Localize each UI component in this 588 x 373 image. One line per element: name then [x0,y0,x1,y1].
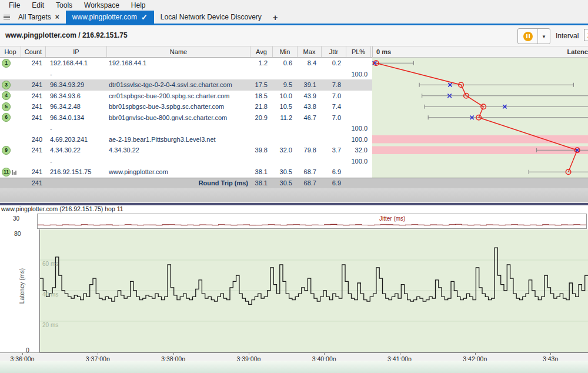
pause-icon [523,32,533,41]
trace-table-row[interactable]: 92414.34.30.224.34.30.2239.832.079.83.73… [0,145,372,156]
focused-hop-bars-icon [12,169,16,175]
cell-avg: 1.2 [250,59,273,66]
latency-timeline-chart[interactable] [39,229,588,352]
col-max[interactable]: Max [298,46,322,57]
trace-graph-header: 0 ms Latency [372,46,588,58]
trace-table-row[interactable]: -100.0 [0,123,372,134]
cell-pl: 32.0 [346,146,371,154]
check-icon: ✓ [141,13,148,22]
pause-dropdown-button[interactable]: ▾ [537,29,550,44]
hop-number-badge: 3 [2,81,11,89]
col-name[interactable]: Name [107,46,250,57]
interval-label: Interval [556,32,579,40]
col-hop[interactable]: Hop [0,46,21,57]
cell-min: 30.5 [273,168,298,175]
cell-pl: 100.0 [346,71,371,78]
cell-name: 4.34.30.22 [107,146,250,154]
col-avg[interactable]: Avg [250,46,273,57]
cell-ip: 4.69.203.241 [46,136,107,143]
hop-number-badge: 1 [2,59,11,68]
target-list-icon[interactable] [0,11,12,24]
trace-table-row[interactable]: 2404.69.203.241ae-2-19.bear1.Pittsburgh3… [0,134,372,145]
trace-table-row[interactable]: 1241192.168.44.1192.168.44.11.20.68.40.2 [0,58,372,69]
cell-avg: 38.1 [250,168,273,175]
cell-max: 68.7 [298,168,322,175]
summary-jttr: 6.9 [322,179,346,186]
menu-file[interactable]: File [4,1,25,10]
pause-button[interactable] [518,29,537,44]
trace-table-row[interactable]: 424196.34.93.6crr01spbgsc-bue-200.spbg.s… [0,91,372,102]
cell-min: 32.0 [273,146,298,154]
trace-table-row[interactable]: 624196.34.0.134bbr01gnvlsc-bue-800.gnvl.… [0,112,372,124]
cell-name: 192.168.44.1 [107,59,250,66]
col-pl[interactable]: PL% [346,46,371,57]
trace-table-row[interactable]: 324196.34.93.29dtr01ssvlsc-tge-0-2-0-4.s… [0,79,372,91]
cell-max: 79.8 [298,146,322,154]
cell-avg: 17.5 [250,81,273,88]
col-ip[interactable]: IP [46,46,107,57]
trace-table-row[interactable]: -100.0 [0,156,372,167]
summary-avg: 38.1 [250,179,273,186]
cell-ip: - [46,125,107,132]
cell-max: 43.9 [298,92,322,99]
cell-min: 10.0 [273,92,298,99]
cell-min: 11.2 [273,114,298,121]
col-jttr[interactable]: Jttr [322,46,346,57]
cell-ip: - [46,71,107,78]
menu-workspace[interactable]: Workspace [79,1,125,10]
jitter-chart[interactable] [37,214,587,229]
cell-min: 10.5 [273,103,298,110]
tab-all-targets-label: All Targets [18,13,51,21]
cell-pl: 100.0 [346,158,371,165]
menu-help[interactable]: Help [126,1,151,10]
close-icon[interactable]: × [55,13,59,21]
trace-latency-graph[interactable] [372,58,588,178]
cell-jttr: 7.8 [322,81,346,88]
col-count[interactable]: Count [21,46,46,57]
jitter-chart-label: Jitter (ms) [379,215,405,222]
tab-pingplotter-label: www.pingplotter.com [72,13,137,21]
cell-jttr: 0.2 [322,59,346,66]
menu-edit[interactable]: Edit [26,1,49,10]
cell-avg: 39.8 [250,146,273,154]
time-tick-mark [324,353,325,355]
menu-bar: File Edit Tools Workspace Help [0,0,588,11]
tab-pingplotter[interactable]: www.pingplotter.com ✓ [66,11,154,24]
tab-device-discovery[interactable]: Local Network Device Discovery [154,11,268,24]
time-axis: 3:36:00p3:37:00p3:38:00p3:39:00p3:40:00p… [0,352,588,361]
trace-table-header: Hop Count IP Name Avg Min Max Jttr PL% [0,46,372,58]
status-footer [0,361,588,373]
trace-table-row[interactable]: 524196.34.2.48bbr01spbgsc-bue-3.spbg.sc.… [0,101,372,112]
time-tick-mark [400,353,400,355]
tab-all-targets[interactable]: All Targets × [12,11,66,24]
menu-tools[interactable]: Tools [51,1,78,10]
cell-avg: 18.5 [250,92,273,99]
horizontal-splitter[interactable] [0,188,588,203]
interval-select[interactable]: 2.5 s [584,29,588,41]
cell-min: 0.6 [273,59,298,66]
cell-ip: - [46,158,107,165]
latency-axis-max-label: 80 [14,230,21,237]
graph-latency-title: Latency [567,48,588,55]
time-tick-mark [249,353,249,355]
trace-table-row[interactable]: 11241216.92.151.75www.pingplotter.com38.… [0,166,372,178]
col-min[interactable]: Min [273,46,298,57]
cell-count: 241 [21,81,46,88]
time-tick-mark [550,353,551,355]
pause-control: ▾ [517,28,550,44]
target-address: www.pingplotter.com / 216.92.151.75 [5,31,128,39]
latency-axis-title: Latency (ms) [18,254,25,318]
cell-ip: 96.34.93.29 [46,81,107,88]
cell-ip: 216.92.151.75 [46,168,107,175]
cell-count: 241 [21,92,46,99]
trace-table-row[interactable]: -100.0 [0,69,372,80]
cell-name: www.pingplotter.com [107,168,250,175]
cell-count: 241 [21,146,46,154]
hop-number-badge: 9 [2,146,11,155]
round-trip-label: Round Trip (ms) [107,179,250,186]
cell-ip: 96.34.2.48 [46,103,107,110]
cell-max: 8.4 [298,59,322,66]
new-tab-button[interactable]: + [268,11,283,24]
tab-bar: All Targets × www.pingplotter.com ✓ Loca… [0,11,588,24]
trace-table-body: 1241192.168.44.1192.168.44.11.20.68.40.2… [0,58,372,178]
